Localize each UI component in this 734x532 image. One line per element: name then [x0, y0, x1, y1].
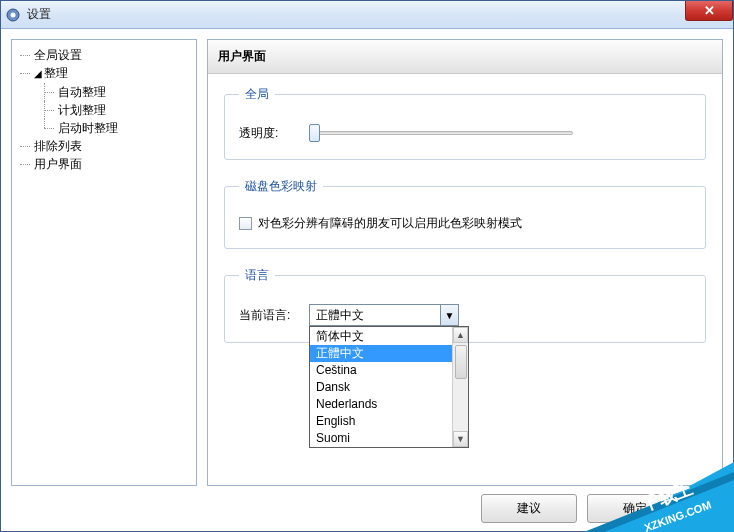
language-option[interactable]: Ceština	[310, 362, 452, 379]
language-option[interactable]: Nederlands	[310, 396, 452, 413]
transparency-slider[interactable]	[309, 123, 579, 143]
fieldset-colormap: 磁盘色彩映射 对色彩分辨有障碍的朋友可以启用此色彩映射模式	[224, 178, 706, 249]
colorblind-checkbox-label: 对色彩分辨有障碍的朋友可以启用此色彩映射模式	[258, 215, 522, 232]
tree-item-user-interface[interactable]: 用户界面	[34, 157, 82, 171]
language-combo-wrap: 正體中文 ▼ 简体中文 正體中文 Ceština Dansk	[309, 304, 459, 326]
fieldset-global: 全局 透明度:	[224, 86, 706, 160]
tree-expander-icon[interactable]: ◢	[34, 68, 42, 79]
scroll-down-icon[interactable]: ▼	[453, 431, 468, 447]
main-area: 全局设置 ◢整理 自动整理 计划整理 启动时整理	[11, 39, 723, 486]
suggest-button[interactable]: 建议	[481, 494, 577, 523]
ok-button[interactable]: 确定	[587, 494, 683, 523]
language-dropdown: 简体中文 正體中文 Ceština Dansk Nederlands Engli…	[309, 326, 469, 448]
close-icon: ✕	[704, 3, 715, 18]
language-option-list: 简体中文 正體中文 Ceština Dansk Nederlands Engli…	[310, 327, 452, 447]
language-option[interactable]: 正體中文	[310, 345, 452, 362]
app-icon	[5, 7, 21, 23]
fieldset-colormap-legend: 磁盘色彩映射	[239, 178, 323, 195]
panel-title: 用户界面	[208, 40, 722, 74]
language-option[interactable]: Suomi	[310, 430, 452, 447]
tree-item-auto-organize[interactable]: 自动整理	[58, 85, 106, 99]
language-option[interactable]: 简体中文	[310, 328, 452, 345]
button-bar: 建议 确定	[11, 494, 723, 523]
language-selected-text: 正體中文	[310, 307, 440, 324]
dropdown-scrollbar[interactable]: ▲ ▼	[452, 327, 468, 447]
chevron-down-icon[interactable]: ▼	[440, 305, 458, 325]
language-option[interactable]: English	[310, 413, 452, 430]
nav-tree: 全局设置 ◢整理 自动整理 计划整理 启动时整理	[16, 46, 192, 173]
titlebar[interactable]: 设置 ✕	[1, 1, 733, 29]
nav-tree-pane: 全局设置 ◢整理 自动整理 计划整理 启动时整理	[11, 39, 197, 486]
scroll-thumb[interactable]	[455, 345, 467, 379]
colorblind-checkbox[interactable]	[239, 217, 252, 230]
current-language-label: 当前语言:	[239, 307, 299, 324]
tree-item-exclusion-list[interactable]: 排除列表	[34, 139, 82, 153]
tree-item-organize[interactable]: 整理	[44, 66, 68, 80]
close-button[interactable]: ✕	[685, 1, 733, 21]
fieldset-global-legend: 全局	[239, 86, 275, 103]
panel-body: 全局 透明度: 磁盘色彩映射 对色彩分	[208, 74, 722, 373]
tree-item-scheduled-organize[interactable]: 计划整理	[58, 103, 106, 117]
language-option[interactable]: Dansk	[310, 379, 452, 396]
scroll-up-icon[interactable]: ▲	[453, 327, 468, 343]
fieldset-language-legend: 语言	[239, 267, 275, 284]
tree-item-startup-organize[interactable]: 启动时整理	[58, 121, 118, 135]
svg-point-1	[11, 12, 16, 17]
tree-item-global-settings[interactable]: 全局设置	[34, 48, 82, 62]
window-body: 全局设置 ◢整理 自动整理 计划整理 启动时整理	[1, 29, 733, 531]
transparency-label: 透明度:	[239, 125, 299, 142]
content-pane: 用户界面 全局 透明度: 磁盘色彩映射	[207, 39, 723, 486]
window-title: 设置	[27, 6, 51, 23]
settings-window: 设置 ✕ 全局设置 ◢整理 自动	[0, 0, 734, 532]
fieldset-language: 语言 当前语言: 正體中文 ▼ 简体中文	[224, 267, 706, 343]
slider-thumb[interactable]	[309, 124, 320, 142]
language-combobox[interactable]: 正體中文 ▼	[309, 304, 459, 326]
slider-rail	[315, 131, 573, 135]
